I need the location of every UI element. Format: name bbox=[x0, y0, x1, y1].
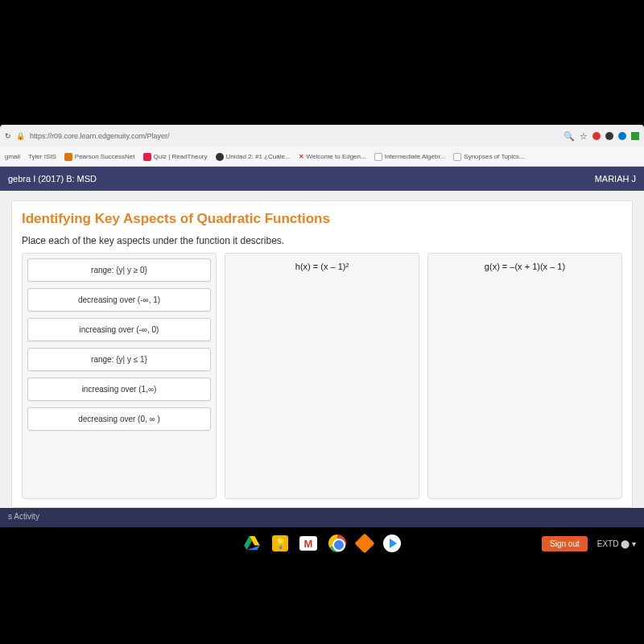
source-column: range: {y| y ≥ 0} decreasing over (-∞, 1… bbox=[22, 253, 217, 499]
column-header: h(x) = (x – 1)² bbox=[230, 258, 414, 278]
gmail-icon[interactable]: M bbox=[299, 536, 317, 551]
bookmark-synopses[interactable]: Synopses of Topics... bbox=[453, 153, 524, 161]
bookmark-pearson[interactable]: Pearson SuccessNet bbox=[64, 153, 135, 161]
bookmark-unidad[interactable]: Unidad 2: #1 ¿Cuále... bbox=[216, 153, 291, 161]
systray-text[interactable]: EXTD ⬤ ▾ bbox=[597, 539, 636, 548]
zoom-icon[interactable]: 🔍 bbox=[564, 131, 575, 142]
taskbar-right: Sign out EXTD ⬤ ▾ bbox=[542, 536, 636, 551]
reload-icon[interactable]: ↻ bbox=[5, 132, 11, 140]
play-store-icon[interactable] bbox=[383, 535, 401, 552]
activity-label: s Activity bbox=[8, 512, 39, 521]
target-column-h[interactable]: h(x) = (x – 1)² bbox=[225, 253, 419, 499]
user-name[interactable]: MARIAH J bbox=[595, 174, 636, 184]
lesson-heading: Identifying Key Aspects of Quadratic Fun… bbox=[22, 211, 622, 227]
bookmarks-bar: gmail Tyler ISIS Pearson SuccessNet Quiz… bbox=[0, 147, 644, 167]
address-bar: ↻ 🔒 https://r09.core.learn.edgenuity.com… bbox=[0, 125, 644, 147]
bookmark-edgen[interactable]: ✕Welcome to Edgen... bbox=[299, 153, 366, 160]
chrome-icon[interactable] bbox=[328, 535, 346, 552]
draggable-tile[interactable]: range: {y| y ≤ 1} bbox=[27, 348, 211, 371]
draggable-tile[interactable]: decreasing over (-∞, 1) bbox=[27, 288, 211, 312]
bookmark-tyler[interactable]: Tyler ISIS bbox=[28, 153, 56, 160]
target-column-g[interactable]: g(x) = –(x + 1)(x – 1) bbox=[427, 253, 622, 499]
column-header: g(x) = –(x + 1)(x – 1) bbox=[433, 258, 617, 278]
lock-icon: 🔒 bbox=[16, 132, 25, 140]
course-title: gebra I (2017) B: MSD bbox=[8, 174, 97, 184]
bookmark-readtheory[interactable]: Quiz | ReadTheory bbox=[143, 153, 208, 161]
keep-icon[interactable]: 💡 bbox=[272, 535, 288, 551]
star-icon[interactable]: ☆ bbox=[580, 131, 588, 142]
instruction-text: Place each of the key aspects under the … bbox=[22, 235, 622, 246]
sign-out-button[interactable]: Sign out bbox=[542, 536, 588, 551]
bookmark-gmail[interactable]: gmail bbox=[5, 153, 20, 160]
course-header: gebra I (2017) B: MSD MARIAH J bbox=[0, 167, 644, 191]
toolbar-right-icons: 🔍 ☆ bbox=[564, 131, 639, 142]
drive-icon[interactable] bbox=[243, 535, 261, 552]
photo-background: ↻ 🔒 https://r09.core.learn.edgenuity.com… bbox=[0, 0, 644, 644]
draggable-tile[interactable]: increasing over (1,∞) bbox=[27, 378, 211, 401]
taskbar: 💡 M Sign out EXTD ⬤ ▾ bbox=[0, 527, 644, 559]
ext-icon[interactable] bbox=[631, 132, 639, 140]
draggable-tile[interactable]: decreasing over (0, ∞ ) bbox=[27, 407, 211, 431]
ext-icon[interactable] bbox=[605, 132, 613, 140]
url-text[interactable]: https://r09.core.learn.edgenuity.com/Pla… bbox=[30, 132, 559, 140]
lesson-card: Identifying Key Aspects of Quadratic Fun… bbox=[11, 200, 633, 508]
socrative-icon[interactable] bbox=[354, 533, 374, 553]
bookmark-intermediate[interactable]: Intermediate Algebr... bbox=[374, 153, 446, 161]
draggable-tile[interactable]: range: {y| y ≥ 0} bbox=[27, 258, 211, 282]
laptop-screen: ↻ 🔒 https://r09.core.learn.edgenuity.com… bbox=[0, 125, 644, 559]
columns-row: range: {y| y ≥ 0} decreasing over (-∞, 1… bbox=[22, 253, 622, 499]
activity-bar: s Activity bbox=[0, 508, 644, 527]
content-area: Identifying Key Aspects of Quadratic Fun… bbox=[0, 191, 644, 508]
draggable-tile[interactable]: increasing over (-∞, 0) bbox=[27, 318, 211, 341]
ext-icon[interactable] bbox=[618, 132, 626, 140]
ext-icon[interactable] bbox=[592, 132, 601, 140]
